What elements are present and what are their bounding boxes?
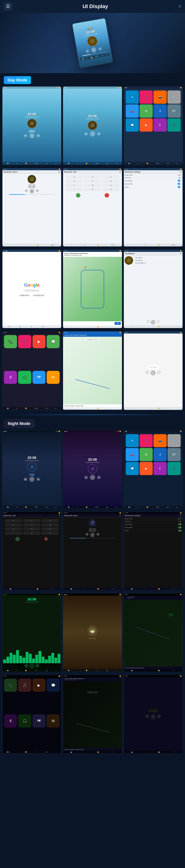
app-bt2[interactable]: BT xyxy=(167,104,181,118)
night-dial-8[interactable]: 8 xyxy=(23,527,41,531)
next-2[interactable]: ⏭ xyxy=(97,132,101,136)
bt-icon-3[interactable]: Ⅱ xyxy=(138,163,138,164)
night-dial-4[interactable]: 4 xyxy=(5,523,22,527)
bt-bt-icon[interactable]: Ⅱ xyxy=(24,244,24,246)
night-call-btn[interactable]: 📞 xyxy=(15,537,20,541)
app-bt[interactable]: Ⅱ xyxy=(154,104,167,118)
cp-waze[interactable]: W xyxy=(47,371,60,384)
dial-4[interactable]: 4 xyxy=(65,180,83,183)
dial-3[interactable]: 3 xyxy=(102,175,120,179)
night-dial-star[interactable]: * xyxy=(5,531,22,535)
night-nav-map[interactable]: 9.0 mi xyxy=(124,600,183,666)
play-2[interactable]: ⏸ xyxy=(90,131,95,136)
prev-1[interactable]: ⏮ xyxy=(24,134,27,137)
email-icon-2[interactable]: 📧 xyxy=(68,163,69,164)
app-waze[interactable]: W xyxy=(139,104,153,118)
np-prev[interactable]: ⏮ xyxy=(146,370,149,374)
night-dial-2[interactable]: 2 xyxy=(23,519,41,522)
night-cp-spotify[interactable]: 🎧 xyxy=(18,714,31,727)
night-hangup-btn[interactable]: 📵 xyxy=(44,537,48,541)
night-app-telegram[interactable]: ✈ xyxy=(126,434,139,447)
night-app-bt2[interactable]: BT xyxy=(167,448,181,461)
night-app-sp[interactable]: 🎧 xyxy=(167,462,181,475)
night-dial-9[interactable]: 9 xyxy=(41,527,59,531)
night-np-prev[interactable]: ⏮ xyxy=(146,714,149,718)
night-app-yt[interactable]: ▶ xyxy=(139,462,153,475)
night-app-msg[interactable]: 💬 xyxy=(126,462,139,475)
night-dial-3[interactable]: 3 xyxy=(41,519,59,522)
np-play[interactable]: ▶ xyxy=(151,370,156,375)
night-bt-play[interactable]: ⏸ xyxy=(90,533,95,537)
bt-wifi-icon[interactable]: 📶 xyxy=(37,244,38,246)
night-dial-0[interactable]: 0 xyxy=(23,531,41,535)
next-1[interactable]: ⏭ xyxy=(36,134,40,137)
email-icon-1[interactable]: 📧 xyxy=(7,163,8,164)
night-play-1[interactable]: ⏸ xyxy=(29,476,34,482)
bt-icon-2[interactable]: Ⅱ xyxy=(77,163,78,164)
app-music[interactable]: 🎵 xyxy=(139,91,153,104)
night-app-pod[interactable]: 🎙 xyxy=(154,462,167,475)
app-settings[interactable]: ⚙️ xyxy=(167,91,181,104)
dial-7[interactable]: 7 xyxy=(65,184,83,187)
song-3[interactable]: 华东_开始_闯荡mp3 xyxy=(135,262,181,265)
arrow-icon-2[interactable]: ▲ xyxy=(116,163,117,164)
night-dial-1[interactable]: 1 xyxy=(5,519,22,522)
night-prev-1[interactable]: ⏮ xyxy=(24,477,27,481)
song-2[interactable]: 华东_闯荡mp3 xyxy=(135,259,181,262)
audio-icon[interactable]: 🔊 xyxy=(102,55,103,56)
social-prev[interactable]: ⏮ xyxy=(146,320,150,323)
bt-email-icon[interactable]: 📧 xyxy=(10,244,11,246)
bt-next[interactable]: ⏭ xyxy=(36,189,39,192)
sound-icon-1[interactable]: 🔊 xyxy=(46,163,47,164)
auto-answer-toggle[interactable] xyxy=(178,180,181,182)
sound-icon-3[interactable]: 🔊 xyxy=(167,163,168,164)
bt-prev[interactable]: ⏮ xyxy=(25,189,28,192)
wifi-icon-3[interactable]: 📶 xyxy=(147,163,148,164)
night-app-music[interactable]: 🎵 xyxy=(139,434,153,447)
email-icon-3[interactable]: 📧 xyxy=(129,163,130,164)
arrow-icon-1[interactable]: ▲ xyxy=(55,163,56,164)
night-cp-podcast[interactable]: 🎙 xyxy=(4,714,17,727)
go-button[interactable]: GO xyxy=(114,322,121,325)
night-cp-phone[interactable]: 📞 xyxy=(4,679,17,692)
night-cp-waze[interactable]: W xyxy=(47,714,60,727)
night-app-photo[interactable]: 📷 xyxy=(154,434,167,447)
dial-hash[interactable]: # xyxy=(102,188,120,191)
app-carplay[interactable]: 🚗 xyxy=(126,104,139,118)
play-1[interactable]: ⏸ xyxy=(29,133,34,138)
cp-podcast[interactable]: 🎙 xyxy=(4,371,17,384)
cp-spotify[interactable]: 🎧 xyxy=(18,371,31,384)
sound-icon-2[interactable]: 🔊 xyxy=(106,163,108,164)
night-auto-connect-toggle[interactable] xyxy=(178,527,181,528)
cp-music[interactable]: 🎵 xyxy=(18,335,31,348)
google-search-bar[interactable]: Search or type URL xyxy=(23,289,41,292)
hamburger-icon[interactable]: ≡ xyxy=(179,4,181,9)
bt-icon[interactable]: Ⅱ xyxy=(87,57,87,59)
arrow-icon-3[interactable]: ▲ xyxy=(177,163,178,164)
feeling-lucky-btn[interactable]: I'm Feeling Lucky xyxy=(32,294,45,297)
google-search-btn[interactable]: Google Search xyxy=(19,294,30,297)
night-auto-answer-toggle[interactable] xyxy=(178,523,181,525)
night-cp-maps[interactable]: 🗺 xyxy=(32,714,46,727)
night-dial-7[interactable]: 7 xyxy=(5,527,22,531)
prev-2[interactable]: ⏮ xyxy=(84,132,88,136)
night-app-settings[interactable]: ⚙️ xyxy=(167,434,181,447)
nav-arrow-icon[interactable]: ▲ xyxy=(106,54,108,55)
night-cp-msg[interactable]: 💬 xyxy=(47,679,60,692)
cp-messages[interactable]: 💬 xyxy=(47,335,60,348)
night-np-play[interactable]: ▶ xyxy=(151,714,156,719)
night-app-carplay[interactable]: 🚗 xyxy=(126,448,139,461)
night-dial-hash[interactable]: # xyxy=(41,531,59,535)
map-area[interactable]: 📍 xyxy=(63,257,122,321)
night-app-waze[interactable]: W xyxy=(139,448,153,461)
dial-8[interactable]: 8 xyxy=(84,184,101,187)
dial-2[interactable]: 2 xyxy=(84,175,101,179)
dial-0[interactable]: 0 xyxy=(84,188,101,191)
wifi-icon-2[interactable]: 📶 xyxy=(86,163,87,164)
night-play-2[interactable]: ⏸ xyxy=(90,475,95,480)
app-sp[interactable]: 🎧 xyxy=(167,118,181,132)
wave-prev[interactable]: ⏮ xyxy=(25,664,28,668)
social-play[interactable]: ⏭ xyxy=(151,320,155,324)
wifi-icon[interactable]: 📶 xyxy=(91,57,92,58)
night-dial-5[interactable]: 5 xyxy=(23,523,41,527)
